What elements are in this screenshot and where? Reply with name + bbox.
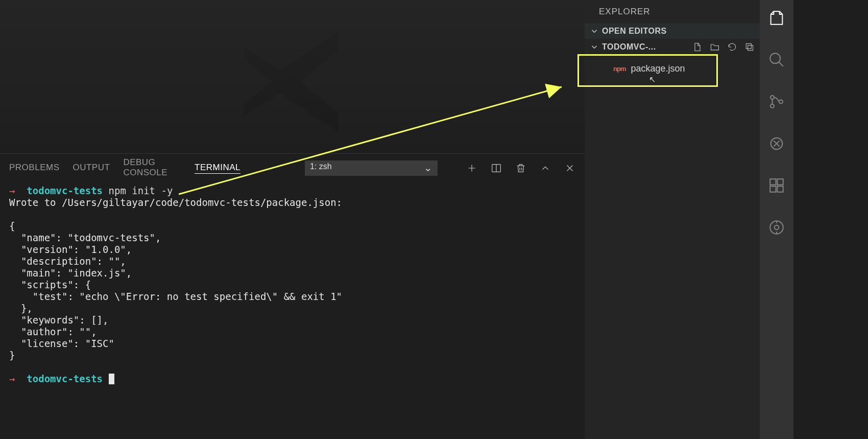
mouse-cursor-icon: ↖	[649, 75, 656, 84]
svg-point-14	[775, 225, 779, 230]
terminal-cwd-2: todomvc-tests	[27, 373, 103, 384]
activity-debug-icon[interactable]	[768, 135, 785, 152]
terminal-cwd: todomvc-tests	[27, 185, 103, 196]
terminal-output: Wrote to /Users/giltayar/code/todomvc-te…	[9, 197, 342, 361]
activity-search-icon[interactable]	[768, 51, 785, 68]
svg-point-6	[770, 104, 774, 108]
new-folder-icon[interactable]	[710, 42, 720, 52]
file-name: package.json	[631, 63, 685, 74]
terminal-content[interactable]: → todomvc-tests npm init -y Wrote to /Us…	[0, 182, 585, 439]
svg-point-4	[770, 53, 780, 63]
svg-rect-3	[748, 45, 753, 51]
activity-gitlens-icon[interactable]	[768, 219, 785, 236]
project-name: TODOMVC-...	[602, 42, 656, 52]
panel-tab-bar: PROBLEMS OUTPUT DEBUG CONSOLE TERMINAL 1…	[0, 153, 585, 182]
tab-output[interactable]: OUTPUT	[73, 163, 110, 173]
activity-explorer-icon[interactable]	[768, 9, 785, 27]
tab-problems[interactable]: PROBLEMS	[9, 163, 59, 173]
project-section[interactable]: TODOMVC-...	[585, 39, 760, 55]
tab-terminal[interactable]: TERMINAL	[195, 163, 240, 174]
explorer-sidebar: EXPLORER OPEN EDITORS TODOMVC-... npm pa…	[585, 0, 760, 439]
terminal-shell-selector[interactable]: 1: zsh	[305, 160, 438, 176]
svg-rect-12	[777, 179, 783, 184]
maximize-panel-icon[interactable]	[540, 163, 551, 174]
chevron-down-icon	[590, 27, 599, 36]
editor-empty-area	[0, 0, 585, 153]
open-editors-label: OPEN EDITORS	[602, 27, 667, 36]
new-terminal-icon[interactable]	[466, 163, 477, 174]
vscode-watermark-icon	[225, 0, 383, 150]
svg-rect-10	[770, 186, 776, 192]
activity-bar	[760, 0, 793, 439]
terminal-command: npm init -y	[109, 185, 173, 196]
tab-debug-console[interactable]: DEBUG CONSOLE	[123, 157, 181, 178]
main-column: PROBLEMS OUTPUT DEBUG CONSOLE TERMINAL 1…	[0, 0, 585, 439]
kill-terminal-icon[interactable]	[515, 163, 526, 174]
split-terminal-icon[interactable]	[491, 163, 502, 174]
open-editors-section[interactable]: OPEN EDITORS	[585, 24, 760, 39]
explorer-title: EXPLORER	[585, 0, 760, 24]
svg-point-5	[770, 96, 774, 99]
file-package-json[interactable]: npm package.json	[592, 58, 753, 87]
npm-file-icon: npm	[613, 65, 625, 73]
svg-rect-9	[770, 179, 776, 184]
new-file-icon[interactable]	[692, 42, 703, 52]
svg-point-7	[779, 100, 783, 103]
svg-rect-2	[746, 43, 751, 49]
activity-extensions-icon[interactable]	[768, 177, 785, 194]
collapse-all-icon[interactable]	[744, 42, 755, 52]
shell-selected-value[interactable]: 1: zsh	[305, 160, 438, 176]
chevron-down-icon	[590, 42, 599, 52]
terminal-cursor	[109, 374, 114, 384]
activity-source-control-icon[interactable]	[768, 93, 785, 110]
close-panel-icon[interactable]	[564, 163, 575, 174]
svg-rect-11	[777, 186, 783, 192]
refresh-icon[interactable]	[727, 42, 737, 52]
